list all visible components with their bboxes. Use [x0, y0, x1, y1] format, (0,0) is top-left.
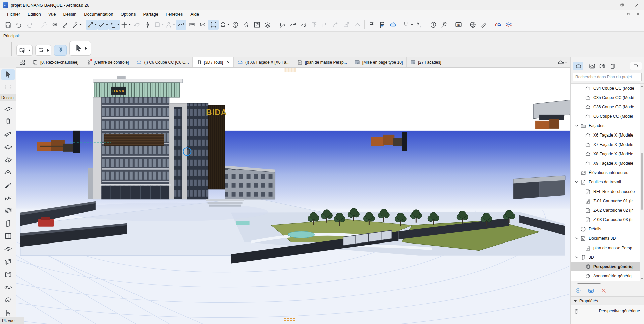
locate-button[interactable]	[439, 20, 449, 30]
tab-close-icon[interactable]	[226, 60, 230, 64]
tool-stair[interactable]	[1, 179, 15, 192]
menu-options[interactable]: Options	[117, 12, 140, 17]
menu-vue[interactable]: Vue	[45, 12, 60, 17]
lasso-button[interactable]	[287, 20, 298, 30]
frame-tool-button[interactable]	[153, 20, 164, 30]
favorites-dropdown[interactable]	[402, 20, 414, 30]
web-sync-button[interactable]	[468, 20, 478, 30]
tab-centre-de-contr-le[interactable]: [Centre de contrôle]	[82, 57, 132, 67]
layers-stack-button[interactable]	[262, 20, 273, 30]
tool-mesh[interactable]	[1, 281, 15, 293]
tool-railing[interactable]	[1, 192, 15, 204]
tool-arrow[interactable]	[1, 69, 15, 80]
doc-close-button[interactable]	[633, 11, 643, 17]
teamwork-flag-button[interactable]	[377, 20, 388, 30]
tool-wall[interactable]	[1, 102, 15, 115]
tree-item-3d[interactable]: 3D	[571, 253, 644, 262]
marker-button[interactable]	[197, 20, 208, 30]
dimension-button[interactable]	[186, 20, 197, 30]
tree-item-x8-facade-x-modele[interactable]: X8 Façade X (Modèle	[571, 149, 644, 159]
tool-window[interactable]	[1, 230, 15, 242]
menu-partage[interactable]: Partage	[139, 12, 162, 17]
view-switch-menu[interactable]	[554, 57, 570, 67]
tree-item-rel-rez-de-chaussee[interactable]: REL Rez-de-chaussée	[571, 187, 644, 196]
chevron-down-icon[interactable]	[573, 255, 580, 259]
menu-aide[interactable]: Aide	[186, 12, 203, 17]
tool-skylight[interactable]	[1, 242, 15, 255]
magnet-toggle[interactable]	[54, 45, 67, 56]
navigator-menu-button[interactable]	[630, 62, 642, 70]
tool-column[interactable]	[1, 115, 15, 128]
tab-plan-de-masse-persp[interactable]: [plan de masse Persp...	[293, 57, 351, 67]
tree-item-details[interactable]: Détails	[571, 224, 644, 234]
tree-item-facades[interactable]: Façades	[571, 121, 644, 130]
tree-item-c35-coupe-cc-mode[interactable]: C35 Coupe CC (Modè	[571, 93, 644, 102]
properties-header[interactable]: Propriétés	[571, 296, 644, 305]
grid-snap-button[interactable]	[120, 20, 131, 30]
arrow-tool-main[interactable]	[69, 41, 91, 56]
tool-door[interactable]	[1, 217, 15, 230]
view-map-button[interactable]	[587, 62, 597, 70]
tree-item-z-01-cartouche-01-ir[interactable]: Z-01 Cartouche 01 (Ir	[571, 196, 644, 206]
tree-item-plan-de-masse-persp[interactable]: plan de masse Persp	[571, 243, 644, 253]
tree-scrollbar[interactable]	[640, 84, 644, 281]
tool-slab[interactable]	[1, 141, 15, 153]
roof-level-button[interactable]	[352, 20, 363, 30]
polygon-edit-button[interactable]	[219, 20, 230, 30]
tree-item-feuilles-de-travail[interactable]: Feuilles de travail	[571, 177, 644, 187]
north-button[interactable]	[142, 20, 153, 30]
search-input[interactable]	[573, 73, 642, 81]
tree-item-c36-coupe-cc-mode[interactable]: C36 Coupe CC (Modè	[571, 102, 644, 112]
viewport-3d[interactable]: BANK BIDA	[16, 68, 570, 324]
scroll-up-icon[interactable]	[641, 85, 643, 87]
move-up-button[interactable]	[309, 20, 320, 30]
tab-c6-coupe-cc-c6-c[interactable]: (!) C6 Coupe CC [C6 C...	[132, 57, 192, 67]
tool-object[interactable]	[1, 268, 15, 281]
elevate-button[interactable]	[341, 20, 352, 30]
renovation-filter-button[interactable]	[493, 20, 503, 30]
tree-item-documents-3d[interactable]: Documents 3D	[571, 234, 644, 243]
element-info-button[interactable]	[428, 20, 439, 30]
tab-27-facades[interactable]: [27 Facades]	[407, 57, 445, 67]
save-button[interactable]	[3, 20, 13, 30]
issue-marker-button[interactable]	[277, 20, 287, 30]
editing-plane-button[interactable]	[131, 20, 142, 30]
doc-restore-button[interactable]	[624, 11, 633, 17]
menu-fenetres[interactable]: Fenêtres	[162, 12, 186, 17]
doc-minimize-button[interactable]	[614, 11, 624, 17]
snap-points-toggle[interactable]	[109, 20, 120, 30]
tool-morph[interactable]	[1, 293, 15, 306]
tab-3d-tous[interactable]: [3D / Tous]	[193, 57, 234, 67]
viewpoint-settings-button[interactable]	[587, 287, 595, 294]
pen-settings-button[interactable]	[71, 20, 82, 30]
minimize-button[interactable]	[600, 0, 614, 10]
redo-button[interactable]	[24, 20, 35, 30]
tree-item-x6-facade-x-modele[interactable]: X6 Façade X (Modèle	[571, 130, 644, 140]
orientation-button[interactable]	[230, 20, 241, 30]
favorites-button[interactable]	[241, 20, 252, 30]
id-display-button[interactable]: ID	[453, 20, 464, 30]
scrollbar-thumb[interactable]	[641, 153, 643, 210]
tree-item-z-03-cartouche-03-ir[interactable]: Z-03 Cartouche 03 (Ir	[571, 215, 644, 224]
teamwork-cloud-button[interactable]	[388, 20, 398, 30]
tree-item-perspective-generiq[interactable]: Perspective génériq	[571, 262, 644, 271]
tree-item-c34-coupe-cc-mode[interactable]: C34 Coupe CC (Modè	[571, 84, 644, 93]
tree-item-x7-facade-x-modele[interactable]: X7 Façade X (Modèle	[571, 140, 644, 149]
annotate-button[interactable]	[478, 20, 489, 30]
scroll-down-icon[interactable]	[641, 278, 643, 279]
walkthrough-button[interactable]	[176, 20, 186, 30]
delete-viewpoint-button[interactable]	[600, 287, 607, 294]
layout-book-button[interactable]	[597, 62, 607, 70]
tree-item-c6-coupe-cc-model[interactable]: C6 Coupe CC (Modèl	[571, 112, 644, 121]
chevron-down-icon[interactable]	[573, 124, 580, 128]
tab-x6-fa-ade-x-x6-fa[interactable]: (!) X6 Façade X [X6 Fa...	[234, 57, 293, 67]
tab-mise-en-page-type-10[interactable]: [Mise en page type 10]	[351, 57, 407, 67]
avatar-tool-button[interactable]	[164, 20, 176, 30]
marquee-move-tool[interactable]	[16, 45, 33, 56]
panel-resize-handle[interactable]	[577, 283, 601, 284]
rotate-view-button[interactable]	[298, 20, 309, 30]
guide-lines-toggle[interactable]	[86, 20, 97, 30]
tool-roof[interactable]	[1, 153, 15, 166]
tree-item-x9-facade-x-modele[interactable]: X9 Façade X (Modèle	[571, 159, 644, 168]
tool-opening[interactable]	[1, 255, 15, 268]
